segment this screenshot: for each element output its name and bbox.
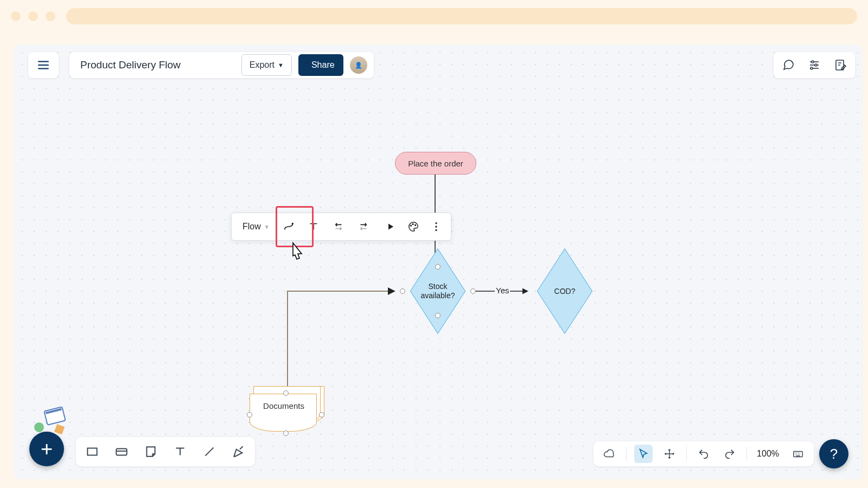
rectangle-tool[interactable] bbox=[82, 442, 102, 461]
separator bbox=[746, 447, 747, 461]
svg-point-23 bbox=[34, 422, 44, 432]
connector-toolbar[interactable]: Flow ▼ bbox=[231, 213, 451, 241]
sync-button[interactable] bbox=[600, 445, 618, 463]
palette-icon bbox=[407, 221, 419, 233]
right-toolbar bbox=[774, 52, 855, 78]
svg-point-16 bbox=[412, 224, 413, 225]
document-title[interactable]: Product Delivery Flow bbox=[80, 59, 181, 71]
sticky-tool[interactable] bbox=[141, 442, 161, 461]
browser-chrome bbox=[0, 0, 868, 33]
handle-top[interactable] bbox=[435, 264, 441, 269]
handle-bottom[interactable] bbox=[283, 431, 289, 436]
node-cod-decision[interactable]: COD? bbox=[529, 267, 600, 316]
sticky-icon bbox=[144, 445, 158, 459]
separator bbox=[686, 447, 687, 461]
svg-line-29 bbox=[240, 446, 242, 449]
undo-button[interactable] bbox=[694, 445, 713, 463]
connector-type-label: Flow bbox=[242, 222, 261, 232]
connector-text-button[interactable] bbox=[302, 216, 325, 237]
select-tool[interactable] bbox=[634, 445, 653, 463]
keyboard-icon bbox=[792, 448, 804, 460]
svg-point-8 bbox=[815, 64, 817, 66]
redo-button[interactable] bbox=[720, 445, 739, 463]
handle-right[interactable] bbox=[470, 288, 476, 294]
svg-rect-22 bbox=[46, 408, 62, 414]
arrows-left-icon bbox=[333, 221, 344, 233]
export-button[interactable]: Export ▼ bbox=[241, 54, 292, 76]
text-icon bbox=[308, 221, 320, 233]
traffic-light-max bbox=[46, 11, 55, 21]
export-button-label: Export bbox=[250, 60, 275, 70]
svg-point-17 bbox=[414, 224, 416, 226]
card-icon bbox=[114, 445, 129, 459]
connector-arrowhead-button[interactable] bbox=[377, 216, 400, 237]
comments-button[interactable] bbox=[779, 56, 797, 74]
chat-icon bbox=[782, 59, 795, 72]
handle-left[interactable] bbox=[400, 288, 405, 294]
user-avatar[interactable]: 👤 bbox=[350, 56, 367, 74]
svg-point-18 bbox=[435, 222, 437, 224]
svg-point-10 bbox=[810, 67, 813, 69]
svg-point-20 bbox=[435, 229, 437, 231]
svg-point-6 bbox=[812, 61, 814, 63]
svg-line-28 bbox=[205, 447, 213, 455]
handle-left[interactable] bbox=[247, 412, 252, 418]
menu-button[interactable] bbox=[28, 52, 59, 78]
hamburger-icon bbox=[36, 58, 50, 72]
move-icon bbox=[663, 448, 675, 460]
curve-icon bbox=[283, 221, 295, 233]
handle-top[interactable] bbox=[283, 390, 289, 396]
text-tool[interactable] bbox=[170, 442, 190, 461]
notes-button[interactable] bbox=[831, 56, 850, 74]
connector-type-dropdown[interactable]: Flow ▼ bbox=[237, 216, 275, 237]
traffic-light-min bbox=[28, 11, 38, 21]
help-button[interactable]: ? bbox=[819, 439, 848, 468]
card-tool[interactable] bbox=[112, 442, 131, 461]
connector-more-button[interactable] bbox=[427, 216, 445, 237]
keyboard-button[interactable] bbox=[789, 445, 807, 463]
pen-icon bbox=[232, 445, 246, 459]
more-vertical-icon bbox=[430, 221, 442, 233]
settings-button[interactable] bbox=[805, 56, 824, 74]
shape-toolbar bbox=[76, 437, 255, 466]
edge-label-yes[interactable]: Yes bbox=[495, 286, 510, 295]
sliders-icon bbox=[808, 59, 821, 72]
undo-icon bbox=[698, 448, 710, 460]
share-button-label: Share bbox=[311, 60, 335, 70]
node-documents[interactable]: Documents bbox=[250, 386, 326, 435]
caret-down-icon: ▼ bbox=[278, 62, 284, 68]
rectangle-icon bbox=[85, 445, 99, 459]
arrows-right-icon bbox=[358, 221, 369, 233]
add-shape-button[interactable]: + bbox=[29, 432, 64, 466]
connector-curve-button[interactable] bbox=[277, 216, 300, 237]
pen-tool[interactable] bbox=[229, 442, 248, 461]
doc-layer-front bbox=[250, 394, 317, 432]
connector-style-button[interactable] bbox=[402, 216, 425, 237]
handle-right[interactable] bbox=[319, 412, 324, 418]
svg-point-19 bbox=[435, 226, 437, 227]
node-stock-decision[interactable]: Stock available? bbox=[403, 267, 473, 316]
bottom-left-tools: + bbox=[29, 432, 255, 466]
share-button[interactable]: Share bbox=[298, 54, 343, 76]
header-bar: Product Delivery Flow Export ▼ Share 👤 bbox=[69, 52, 374, 78]
bottom-right-bar: 100% bbox=[593, 441, 814, 466]
address-bar bbox=[66, 8, 857, 24]
connector-swap-left-button[interactable] bbox=[327, 216, 350, 237]
redo-icon bbox=[724, 448, 736, 460]
node-label: Documents bbox=[250, 401, 318, 410]
line-tool[interactable] bbox=[200, 442, 219, 461]
zoom-level[interactable]: 100% bbox=[755, 449, 781, 459]
app-canvas[interactable]: Product Delivery Flow Export ▼ Share 👤 bbox=[14, 44, 863, 479]
arrowhead-icon bbox=[382, 221, 394, 233]
pan-tool[interactable] bbox=[660, 445, 679, 463]
connector-swap-right-button[interactable] bbox=[352, 216, 375, 237]
edit-note-icon bbox=[834, 59, 847, 72]
caret-down-icon: ▼ bbox=[264, 224, 270, 230]
cursor-pointer-icon bbox=[285, 241, 312, 273]
node-place-order[interactable]: Place the order bbox=[395, 152, 476, 175]
line-icon bbox=[202, 445, 216, 459]
svg-rect-21 bbox=[44, 407, 65, 425]
svg-rect-25 bbox=[87, 448, 97, 455]
handle-bottom[interactable] bbox=[435, 313, 441, 318]
help-icon: ? bbox=[830, 446, 838, 463]
